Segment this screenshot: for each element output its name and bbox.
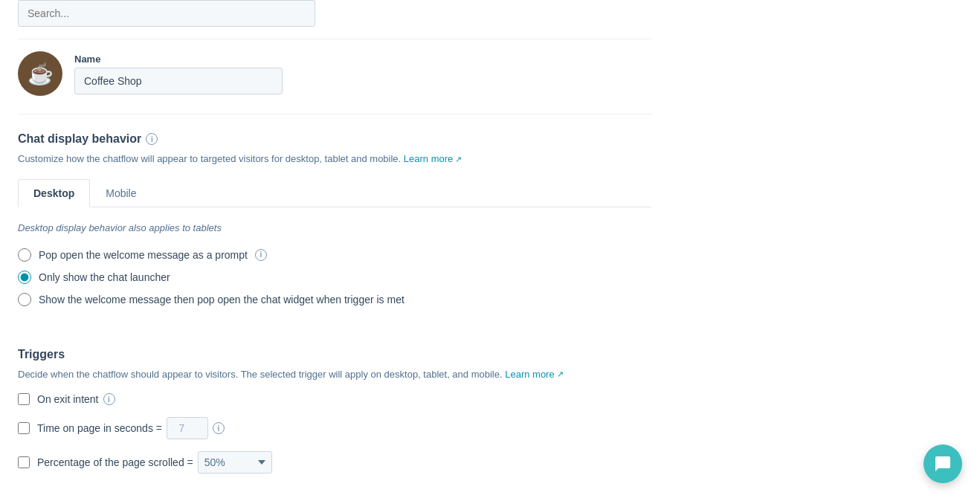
checkbox-option-exit-intent: On exit intent i bbox=[18, 393, 651, 405]
pop-open-info-icon[interactable]: i bbox=[255, 249, 267, 261]
display-behavior-tabs: Desktop Mobile bbox=[18, 178, 651, 207]
name-input-group: Name bbox=[74, 54, 283, 94]
checkbox-option-page-scrolled: Percentage of the page scrolled = 25% 50… bbox=[18, 451, 651, 473]
external-link-icon: ↗ bbox=[455, 153, 462, 166]
triggers-checkbox-group: On exit intent i Time on page in seconds… bbox=[18, 393, 651, 473]
radio-option-pop-open[interactable]: Pop open the welcome message as a prompt… bbox=[18, 248, 651, 262]
checkbox-page-scrolled-label: Percentage of the page scrolled = 25% 50… bbox=[37, 451, 272, 473]
checkbox-option-time-on-page: Time on page in seconds = i bbox=[18, 417, 651, 439]
radio-pop-open[interactable] bbox=[18, 248, 31, 262]
chat-display-info-icon[interactable]: i bbox=[146, 133, 158, 145]
radio-pop-open-label: Pop open the welcome message as a prompt bbox=[39, 249, 248, 261]
checkbox-exit-intent-label: On exit intent i bbox=[37, 393, 115, 405]
tab-desktop[interactable]: Desktop bbox=[18, 179, 90, 207]
tab-mobile[interactable]: Mobile bbox=[90, 179, 152, 207]
time-on-page-info-icon[interactable]: i bbox=[213, 422, 225, 434]
triggers-desc: Decide when the chatflow should appear t… bbox=[18, 367, 651, 382]
radio-option-show-then-pop[interactable]: Show the welcome message then pop open t… bbox=[18, 293, 651, 306]
display-behavior-radio-group: Pop open the welcome message as a prompt… bbox=[18, 248, 651, 306]
radio-option-only-launcher[interactable]: Only show the chat launcher bbox=[18, 271, 651, 284]
chat-bubble-icon bbox=[934, 455, 952, 473]
radio-only-launcher[interactable] bbox=[18, 271, 31, 284]
checkbox-time-on-page[interactable] bbox=[18, 422, 30, 434]
radio-show-then-pop[interactable] bbox=[18, 293, 31, 306]
triggers-title: Triggers bbox=[18, 348, 651, 361]
chat-display-behavior-desc: Customize how the chatflow will appear t… bbox=[18, 152, 651, 167]
triggers-learn-more-link[interactable]: Learn more ↗ bbox=[505, 367, 563, 382]
tab-note: Desktop display behavior also applies to… bbox=[18, 222, 651, 233]
name-section: ☕ Name bbox=[18, 39, 651, 114]
triggers-section: Triggers Decide when the chatflow should… bbox=[18, 330, 651, 474]
chat-display-behavior-section: Chat display behavior i Customize how th… bbox=[18, 114, 651, 306]
checkbox-exit-intent[interactable] bbox=[18, 393, 30, 405]
name-input[interactable] bbox=[74, 68, 283, 94]
checkbox-time-on-page-label: Time on page in seconds = i bbox=[37, 417, 225, 439]
page-container: ☕ Name Chat display behavior i Customize… bbox=[0, 0, 669, 501]
page-scrolled-select[interactable]: 25% 50% 75% 100% bbox=[198, 451, 272, 473]
time-on-page-input[interactable] bbox=[167, 417, 208, 439]
radio-show-then-pop-label: Show the welcome message then pop open t… bbox=[39, 294, 404, 306]
avatar: ☕ bbox=[18, 51, 62, 96]
coffee-cup-icon: ☕ bbox=[28, 62, 54, 86]
exit-intent-info-icon[interactable]: i bbox=[103, 393, 115, 405]
name-label: Name bbox=[74, 54, 283, 65]
triggers-external-link-icon: ↗ bbox=[557, 368, 564, 381]
chat-display-behavior-title: Chat display behavior i bbox=[18, 132, 651, 146]
radio-only-launcher-label: Only show the chat launcher bbox=[39, 271, 170, 283]
checkbox-page-scrolled[interactable] bbox=[18, 456, 30, 468]
top-bar-area bbox=[18, 0, 651, 39]
top-search-input[interactable] bbox=[18, 0, 315, 27]
chat-widget-button[interactable] bbox=[923, 445, 962, 483]
chat-display-learn-more-link[interactable]: Learn more ↗ bbox=[404, 152, 462, 167]
